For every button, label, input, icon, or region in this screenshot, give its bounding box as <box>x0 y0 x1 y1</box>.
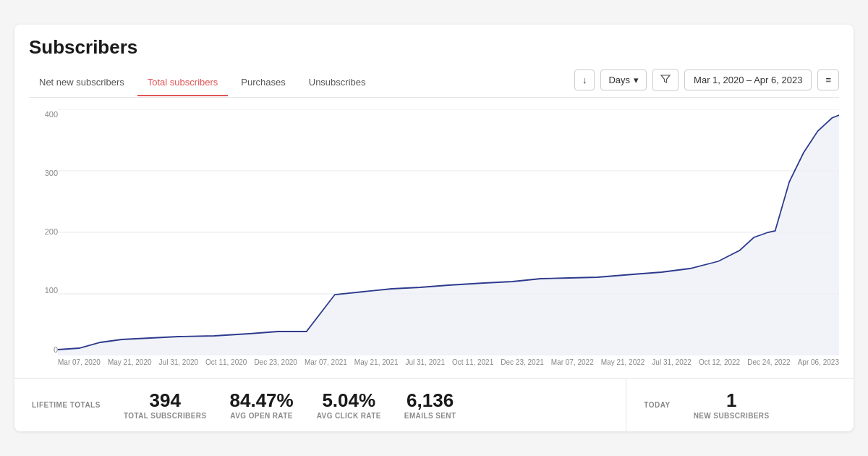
page-title: Subscribers <box>29 36 839 59</box>
x-label-12: Jul 31, 2022 <box>652 358 692 366</box>
filter-button[interactable] <box>652 69 678 91</box>
x-label-13: Oct 12, 2022 <box>699 358 740 366</box>
stat-total-subscribers: 394 TOTAL SUBSCRIBERS <box>124 390 207 421</box>
total-subscribers-unit: TOTAL SUBSCRIBERS <box>124 412 207 420</box>
x-label-9: Dec 23, 2021 <box>501 358 544 366</box>
card-header: Subscribers Net new subscribers Total su… <box>14 25 854 98</box>
today-label: TODAY <box>644 401 670 409</box>
days-selector[interactable]: Days ▾ <box>600 69 647 90</box>
emails-sent-unit: EMAILS SENT <box>404 412 456 420</box>
tab-purchases[interactable]: Purchases <box>231 69 295 96</box>
new-subscribers-unit: NEW SUBSCRIBERS <box>694 412 770 420</box>
stat-open-rate: 84.47% AVG OPEN RATE <box>230 390 294 421</box>
click-rate-unit: AVG CLICK RATE <box>317 412 381 420</box>
tab-net-new[interactable]: Net new subscribers <box>29 69 135 96</box>
emails-sent-value: 6,136 <box>407 390 454 411</box>
click-rate-value: 5.04% <box>322 390 375 411</box>
lifetime-stats: LIFETIME TOTALS 394 TOTAL SUBSCRIBERS 84… <box>14 379 626 432</box>
menu-button[interactable]: ≡ <box>817 69 839 90</box>
stat-click-rate: 5.04% AVG CLICK RATE <box>317 390 381 421</box>
x-label-2: Jul 31, 2020 <box>159 358 199 366</box>
new-subscribers-value: 1 <box>726 390 736 411</box>
y-label-400: 400 <box>29 111 58 119</box>
x-label-15: Apr 06, 2023 <box>798 358 839 366</box>
today-stats: TODAY 1 NEW SUBSCRIBERS <box>626 379 854 432</box>
x-label-4: Dec 23, 2020 <box>254 358 297 366</box>
subscribers-card: Subscribers Net new subscribers Total su… <box>14 25 854 432</box>
open-rate-value: 84.47% <box>230 390 294 411</box>
line-chart <box>58 109 839 355</box>
download-icon: ↓ <box>582 75 587 85</box>
open-rate-unit: AVG OPEN RATE <box>230 412 293 420</box>
x-label-7: Jul 31, 2021 <box>405 358 445 366</box>
y-label-0: 0 <box>29 346 58 354</box>
hamburger-icon: ≡ <box>825 75 831 85</box>
x-label-5: Mar 07, 2021 <box>305 358 347 366</box>
x-label-0: Mar 07, 2020 <box>58 358 101 366</box>
x-axis: Mar 07, 2020 May 21, 2020 Jul 31, 2020 O… <box>58 355 839 372</box>
x-label-11: May 21, 2022 <box>601 358 645 366</box>
y-label-300: 300 <box>29 169 58 177</box>
tab-total[interactable]: Total subscribers <box>137 69 229 96</box>
stats-bar: LIFETIME TOTALS 394 TOTAL SUBSCRIBERS 84… <box>14 378 854 432</box>
tabs-toolbar: Net new subscribers Total subscribers Pu… <box>29 69 839 98</box>
download-button[interactable]: ↓ <box>574 69 595 90</box>
x-label-14: Dec 24, 2022 <box>747 358 791 366</box>
x-label-6: May 21, 2021 <box>354 358 399 366</box>
x-label-1: May 21, 2020 <box>108 358 152 366</box>
x-label-3: Oct 11, 2020 <box>205 358 247 366</box>
y-label-100: 100 <box>29 287 58 295</box>
total-subscribers-value: 394 <box>150 390 181 411</box>
stat-new-subscribers: 1 NEW SUBSCRIBERS <box>694 390 770 421</box>
y-label-200: 200 <box>29 228 58 236</box>
stat-emails-sent: 6,136 EMAILS SENT <box>404 390 456 421</box>
x-label-8: Oct 11, 2021 <box>452 358 493 366</box>
x-label-10: Mar 07, 2022 <box>551 358 594 366</box>
chevron-down-icon: ▾ <box>634 75 639 85</box>
lifetime-label: LIFETIME TOTALS <box>32 401 101 409</box>
chart-svg-wrapper <box>58 109 839 355</box>
tabs-container: Net new subscribers Total subscribers Pu… <box>29 69 376 96</box>
date-range[interactable]: Mar 1, 2020 – Apr 6, 2023 <box>684 69 812 90</box>
toolbar: ↓ Days ▾ Mar 1, 2020 – Apr 6, 2023 ≡ <box>574 69 839 97</box>
filter-icon <box>660 74 671 86</box>
chart-area: 0 100 200 300 400 <box>14 98 854 372</box>
tab-unsubscribes[interactable]: Unsubscribes <box>299 69 376 96</box>
days-label: Days <box>608 75 630 85</box>
